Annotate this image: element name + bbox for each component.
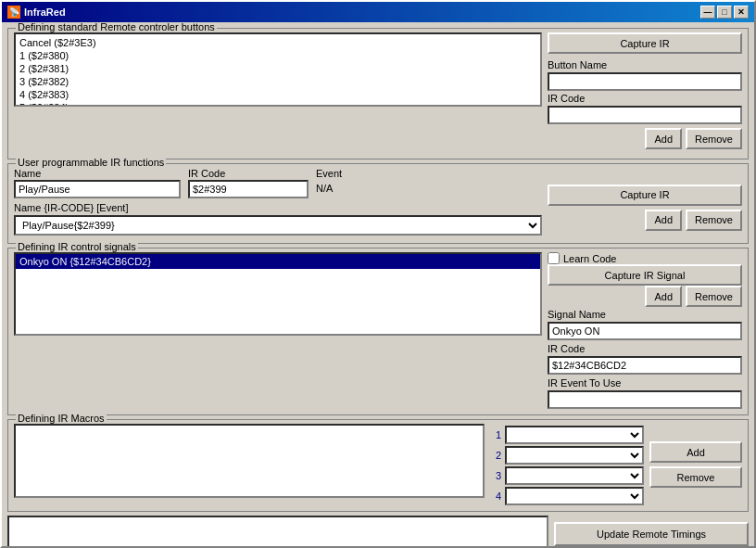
macro-num-1: 1 (490, 429, 501, 440)
minimize-button[interactable]: — (700, 6, 715, 19)
ir-code-label-3: IR Code (548, 343, 742, 354)
macro-select-4[interactable] (505, 487, 644, 505)
macro-row-1: 1 (490, 426, 644, 444)
list-item[interactable]: 2 ($2#381) (18, 62, 538, 75)
button-name-input[interactable] (548, 72, 742, 91)
user-prog-btn-row: Add Remove (548, 210, 742, 231)
app-icon: 📡 (7, 6, 20, 19)
macros-dropdowns: 1 2 3 4 (490, 424, 644, 505)
main-content: Defining standard Remote controler butto… (2, 22, 754, 546)
add-button-3[interactable]: Add (645, 286, 682, 307)
bottom-scrollable[interactable] (7, 516, 548, 546)
standard-remote-btn-row: Add Remove (548, 128, 742, 149)
list-item[interactable]: Onkyo ON {$12#34CB6CD2} (16, 254, 540, 269)
macro-row-4: 4 (490, 487, 644, 505)
ir-event-label: IR Event To Use (548, 377, 742, 389)
user-prog-label: User programmable IR functions (16, 157, 166, 168)
ir-macros-label: Defining IR Macros (16, 413, 107, 424)
ircode-col: IR Code (188, 168, 309, 198)
ir-control-group: Defining IR control signals Onkyo ON {$1… (7, 248, 749, 415)
macro-row-2: 2 (490, 446, 644, 465)
user-prog-fields: Name IR Code Event N/A (14, 168, 542, 198)
user-prog-group: User programmable IR functions Name IR C… (7, 163, 749, 244)
main-window: 📡 InfraRed — □ ✕ Defining standard Remot… (0, 0, 756, 548)
learn-code-label: Learn Code (563, 253, 617, 264)
ircode-col-header: IR Code (188, 168, 309, 179)
event-col-header: Event (316, 168, 381, 179)
list-item[interactable]: 4 ($2#383) (18, 88, 538, 101)
add-button-2[interactable]: Add (645, 210, 682, 231)
standard-remote-right: Capture IR Button Name IR Code Add Remov… (548, 32, 742, 153)
remove-button-2[interactable]: Remove (686, 210, 742, 231)
learn-code-row: Learn Code (548, 252, 742, 264)
ir-control-listbox[interactable]: Onkyo ON {$12#34CB6CD2} (14, 252, 542, 336)
ir-code-input-1[interactable] (548, 106, 742, 124)
bottom-area: Defining IR Macros 1 2 (7, 419, 749, 512)
macro-select-1[interactable] (505, 426, 644, 444)
user-prog-content: Name IR Code Event N/A Name (14, 168, 742, 237)
name-col-header: Name (14, 168, 181, 179)
title-controls: — □ ✕ (700, 6, 749, 19)
ir-macros-content: 1 2 3 4 (14, 424, 742, 505)
remove-button-3[interactable]: Remove (686, 286, 742, 307)
learn-code-checkbox[interactable] (548, 252, 560, 264)
macro-num-3: 3 (490, 470, 501, 481)
macro-num-4: 4 (490, 491, 501, 502)
title-bar: 📡 InfraRed — □ ✕ (2, 2, 754, 22)
macros-listbox[interactable] (14, 424, 485, 498)
capture-ir-button-1[interactable]: Capture IR (548, 32, 742, 54)
standard-remote-listbox[interactable]: Cancel ($2#3E3) 1 ($2#380) 2 ($2#381) 3 … (14, 32, 542, 107)
maximize-button[interactable]: □ (717, 6, 732, 19)
name-ir-code-event-label: Name {IR-CODE} [Event] (14, 202, 542, 213)
list-item[interactable]: 3 ($2#382) (18, 75, 538, 88)
prog-name-input[interactable] (14, 180, 181, 198)
user-prog-left: Name IR Code Event N/A Name (14, 168, 542, 237)
ir-control-right: Learn Code Capture IR Signal Add Remove … (548, 252, 742, 409)
list-item[interactable]: Cancel ($2#3E3) (18, 36, 538, 49)
ir-code-label-1: IR Code (548, 93, 742, 104)
signal-name-label: Signal Name (548, 309, 742, 320)
button-name-label: Button Name (548, 59, 742, 70)
window-title: InfraRed (24, 6, 66, 18)
add-button-4[interactable]: Add (649, 441, 742, 463)
title-bar-text: 📡 InfraRed (7, 6, 66, 19)
ir-macros-group: Defining IR Macros 1 2 (7, 419, 749, 512)
macro-select-3[interactable] (505, 466, 644, 485)
name-col: Name (14, 168, 181, 198)
macros-buttons: Add Remove (649, 424, 742, 505)
capture-ir-signal-button[interactable]: Capture IR Signal (548, 264, 742, 286)
signal-name-input[interactable] (548, 322, 742, 340)
update-remote-timings-button[interactable]: Update Remote Timings (554, 522, 749, 546)
ir-control-label: Defining IR control signals (16, 241, 138, 252)
remove-button-1[interactable]: Remove (686, 128, 742, 149)
bottom-buttons: Update Remote Timings Update Codes (554, 516, 749, 546)
ir-control-btn-row: Add Remove (548, 286, 742, 307)
ir-code-input-3[interactable] (548, 356, 742, 375)
capture-ir-button-2[interactable]: Capture IR (548, 185, 742, 206)
macro-num-2: 2 (490, 450, 501, 461)
ir-control-content: Onkyo ON {$12#34CB6CD2} Learn Code Captu… (14, 252, 742, 409)
remove-button-4[interactable]: Remove (649, 466, 742, 488)
standard-remote-label: Defining standard Remote controler butto… (16, 22, 217, 32)
ir-control-left: Onkyo ON {$12#34CB6CD2} (14, 252, 542, 409)
list-item[interactable]: 1 ($2#380) (18, 49, 538, 62)
standard-remote-left: Cancel ($2#3E3) 1 ($2#380) 2 ($2#381) 3 … (14, 32, 542, 153)
bottom-update-area: Update Remote Timings Update Codes (7, 516, 749, 546)
event-value: N/A (316, 180, 381, 194)
standard-remote-group: Defining standard Remote controler butto… (7, 28, 749, 159)
ir-event-input[interactable] (548, 390, 742, 409)
user-prog-right: Capture IR Add Remove (548, 168, 742, 237)
add-button-1[interactable]: Add (645, 128, 682, 149)
prog-dropdown[interactable]: Play/Pause{$2#399} (14, 215, 542, 236)
macro-select-2[interactable] (505, 446, 644, 465)
list-item[interactable]: 5 ($2#384) (18, 101, 538, 107)
event-col: Event N/A (316, 168, 381, 198)
signal-fields: Signal Name IR Code IR Event To Use (548, 309, 742, 409)
standard-remote-content: Cancel ($2#3E3) 1 ($2#380) 2 ($2#381) 3 … (14, 32, 742, 153)
macro-row-3: 3 (490, 466, 644, 485)
close-button[interactable]: ✕ (734, 6, 749, 19)
macros-list-area (14, 424, 485, 505)
prog-ircode-input[interactable] (188, 180, 309, 198)
